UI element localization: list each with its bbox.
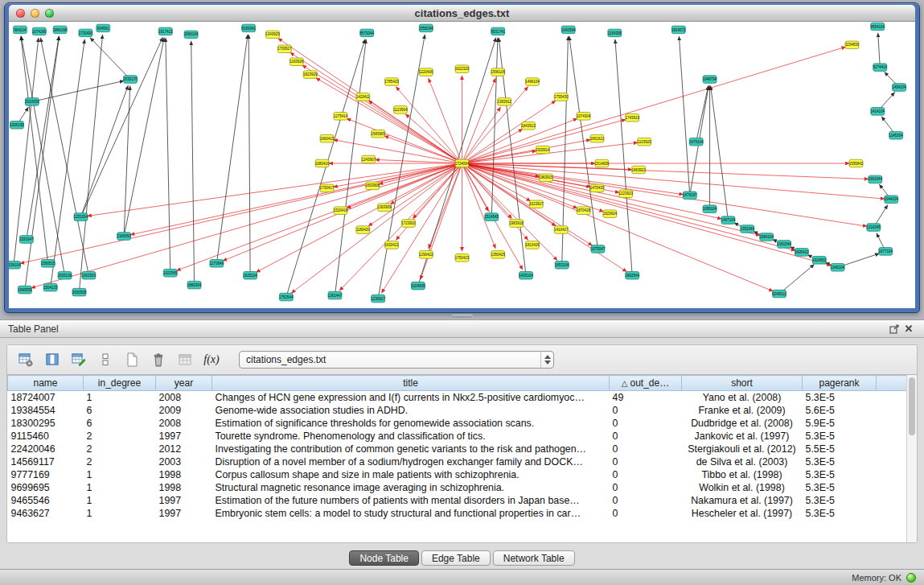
graph-node[interactable]: 9531741 — [491, 27, 506, 35]
graph-edge[interactable] — [462, 78, 496, 163]
graph-node[interactable]: 1730430 — [79, 29, 93, 37]
graph-node[interactable]: 1505136 — [58, 271, 72, 279]
graph-node[interactable]: 1503914 — [536, 146, 550, 154]
column-header-title[interactable]: title — [212, 376, 610, 391]
graph-node[interactable]: 1630421 — [384, 241, 399, 249]
graph-node[interactable]: 2030170 — [123, 76, 138, 84]
graph-node[interactable]: 1514545 — [485, 213, 499, 221]
graph-node[interactable]: 9274414 — [873, 64, 888, 72]
graph-edge[interactable] — [124, 38, 164, 237]
table-row[interactable]: 1938455462009Genome-wide association stu… — [8, 404, 917, 417]
cell-name[interactable]: 9463627 — [8, 507, 84, 520]
graph-node[interactable]: 1901503 — [82, 271, 97, 279]
graph-node[interactable]: 1603908 — [365, 182, 380, 190]
graph-node[interactable]: 1677104 — [879, 248, 893, 256]
graph-node[interactable]: 1074280 — [32, 27, 47, 35]
graph-node[interactable]: 1091544 — [777, 241, 791, 249]
cell-short[interactable]: Franke et al. (2009) — [682, 404, 803, 417]
cell-in_degree[interactable]: 1 — [84, 507, 156, 520]
cell-name[interactable]: 9115460 — [8, 430, 84, 443]
cell-pagerank[interactable]: 5.5E-5 — [803, 443, 877, 455]
column-header-out_degree[interactable]: △out_de… — [610, 376, 682, 391]
graph-node[interactable]: 1843913 — [521, 122, 536, 130]
graph-node[interactable]: 1605422 — [795, 249, 809, 257]
graph-edge[interactable] — [711, 85, 729, 220]
graph-node[interactable]: 1022565 — [163, 269, 178, 277]
graph-node[interactable]: 1504133 — [43, 283, 58, 291]
graph-node[interactable]: 1750423 — [455, 254, 470, 262]
cell-year[interactable]: 1998 — [156, 468, 212, 481]
graph-edge[interactable] — [191, 41, 195, 285]
graph-edge[interactable] — [278, 38, 462, 163]
table-row[interactable]: 946362711997Embryonic stem cells: a mode… — [8, 507, 917, 520]
cell-title[interactable]: Disruption of a novel member of a sodium… — [212, 455, 610, 468]
graph-node[interactable]: 1154308 — [608, 29, 622, 37]
graph-edge[interactable] — [462, 87, 528, 163]
graph-node[interactable]: 1243907 — [362, 155, 376, 163]
cell-in_degree[interactable]: 2 — [84, 443, 156, 455]
cell-name[interactable]: 18300295 — [8, 417, 84, 430]
graph-edge[interactable] — [429, 78, 462, 163]
cell-pagerank[interactable]: 5.3E-5 — [803, 391, 877, 404]
graph-node[interactable]: 1350425 — [491, 251, 506, 259]
cell-out_degree[interactable]: 0 — [610, 481, 682, 494]
cell-out_degree[interactable]: 0 — [610, 417, 682, 430]
graph-edge[interactable] — [413, 163, 462, 219]
table-row[interactable]: 946554611997Estimation of the future num… — [8, 494, 917, 507]
graph-node[interactable]: 1870428 — [577, 207, 591, 215]
cell-name[interactable]: 9699695 — [8, 481, 84, 494]
cell-year[interactable]: 2008 — [156, 391, 212, 404]
cell-year[interactable]: 1997 — [156, 507, 212, 520]
graph-node[interactable]: 1960559 — [18, 286, 32, 294]
tab-edge-table[interactable]: Edge Table — [421, 550, 491, 566]
graph-edge[interactable] — [335, 39, 366, 295]
graph-node[interactable]: 2520659 — [25, 98, 39, 106]
graph-node[interactable]: 1514609 — [595, 159, 610, 167]
graph-edge[interactable] — [124, 86, 130, 237]
graph-edge[interactable] — [316, 78, 462, 163]
graph-edge[interactable] — [462, 107, 501, 163]
cell-year[interactable]: 2008 — [156, 417, 212, 430]
cell-short[interactable]: de Silva et al. (2003) — [682, 455, 803, 468]
cell-short[interactable]: Tibbo et al. (1998) — [682, 468, 803, 481]
graph-edge[interactable] — [286, 39, 365, 298]
graph-edge[interactable] — [462, 47, 846, 163]
graph-node[interactable]: 1653104 — [555, 262, 569, 270]
graph-node[interactable]: 1724064 — [455, 159, 470, 167]
graph-node[interactable]: 1361447 — [328, 291, 343, 299]
graph-edge[interactable] — [462, 140, 591, 163]
graph-edge[interactable] — [87, 163, 462, 216]
cell-out_degree[interactable]: 0 — [610, 455, 682, 468]
cell-in_degree[interactable]: 2 — [84, 455, 156, 468]
graph-node[interactable]: 1703927 — [277, 45, 292, 53]
cell-title[interactable]: Corpus callosum shape and size in male p… — [212, 468, 610, 481]
table-select-combo[interactable]: citations_edges.txt — [239, 351, 554, 369]
tab-node-table[interactable]: Node Table — [349, 550, 419, 566]
graph-edge[interactable] — [368, 163, 462, 226]
cell-short[interactable]: Yano et al. (2008) — [682, 391, 803, 404]
graph-edge[interactable] — [878, 33, 881, 68]
graph-node[interactable]: 2000508 — [72, 288, 87, 296]
graph-node[interactable]: 1410427 — [554, 226, 569, 234]
graph-node[interactable]: 1623917 — [529, 200, 544, 208]
graph-node[interactable]: 1785420 — [384, 78, 399, 86]
scrollbar-thumb[interactable] — [909, 377, 915, 435]
graph-node[interactable]: 1948794 — [703, 76, 717, 84]
window-titlebar[interactable]: citations_edges.txt — [9, 5, 915, 22]
column-header-in_degree[interactable]: in_degree — [84, 376, 156, 391]
graph-node[interactable]: 1730417 — [320, 184, 335, 192]
graph-node[interactable]: 1622320 — [455, 65, 470, 73]
graph-node[interactable]: 1123904 — [393, 106, 408, 114]
graph-edge[interactable] — [80, 37, 162, 216]
graph-node[interactable]: 1743919 — [625, 114, 639, 122]
vertical-scrollbar[interactable] — [906, 375, 917, 542]
graph-node[interactable]: 1290422 — [419, 251, 433, 259]
graph-edge[interactable] — [25, 36, 60, 290]
graph-node[interactable]: 1679197 — [683, 192, 697, 200]
close-panel-icon[interactable]: ✕ — [901, 323, 916, 336]
graph-node[interactable]: 1435104 — [519, 271, 533, 279]
cell-pagerank[interactable]: 5.6E-5 — [803, 404, 877, 417]
graph-node[interactable]: 1163928 — [290, 58, 304, 66]
column-header-pagerank[interactable]: pagerank — [803, 376, 877, 391]
graph-node[interactable]: 1917413 — [158, 27, 173, 35]
